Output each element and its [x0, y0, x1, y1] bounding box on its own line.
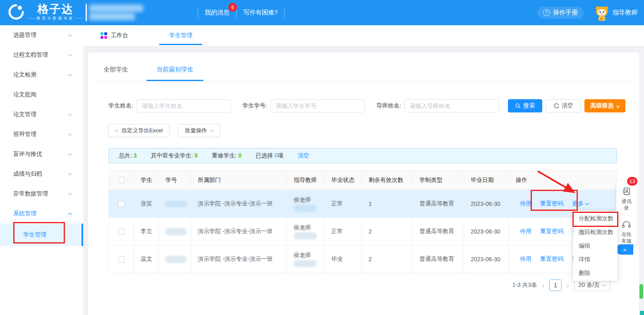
menu-item-withdraw-checks[interactable]: 撤回检测次数	[573, 225, 618, 239]
scrollbar-thumb[interactable]	[639, 284, 643, 299]
messages-badge: 6	[228, 3, 237, 12]
cell-remaining: 2	[362, 246, 412, 273]
cell-grad-status: 正常	[324, 218, 362, 245]
prev-page-button[interactable]: ‹	[542, 282, 544, 289]
row-checkbox[interactable]	[118, 201, 124, 207]
student-tabs: 全部学生 当前届别学生	[98, 52, 629, 81]
contacts-label[interactable]: 通讯录	[620, 198, 633, 211]
sidebar-item-paper-review[interactable]: 论文批阅	[0, 85, 83, 105]
students-table: 学生 学号 所属部门 指导教师 毕业状态 剩余有效次数 学制类型 毕业日期 操作…	[108, 170, 617, 273]
table-row: 张笑 演示学院 -演示专业-演示一班 侯老师 正常 1 普通高等教育 2023-…	[109, 190, 616, 217]
chevron-down-icon	[68, 112, 72, 116]
chevron-up-icon	[68, 212, 72, 217]
cell-teacher: 侯老师	[294, 196, 311, 204]
app-screen: 格子达 教育大数据专家 我的消息 6 写作有困难? ? 操作手册	[0, 0, 644, 315]
bulk-toolbar: 自定义导出Excel 批量操作	[108, 124, 629, 137]
my-messages-link[interactable]: 我的消息 6	[205, 9, 230, 17]
summary-bar: 总共: 3 其中双专业学生: 0 重修学生: 0 已选择 0项 清空	[108, 148, 617, 163]
collapse-panel-button[interactable]: »	[616, 244, 633, 255]
search-button[interactable]: 搜索	[508, 99, 542, 112]
disable-link[interactable]: 停用	[520, 255, 531, 263]
menu-item-assign-checks[interactable]: 分配检测次数	[573, 212, 618, 225]
grid-icon	[101, 32, 107, 39]
selected-label: 已选择	[256, 152, 273, 159]
select-all-checkbox[interactable]	[118, 177, 124, 183]
disable-link[interactable]: 停用	[520, 228, 531, 235]
refresh-icon	[553, 103, 559, 109]
floating-tools-panel: 通讯录 在线客服	[616, 181, 637, 244]
chevron-down-icon	[115, 128, 118, 131]
row-checkbox[interactable]	[118, 256, 124, 262]
col-header-teacher: 指导教师	[287, 170, 324, 190]
sidebar-item-defense-mgmt[interactable]: 答辩管理	[0, 124, 83, 144]
contacts-book-icon[interactable]	[621, 186, 632, 196]
tab-current-cohort[interactable]: 当前届别学生	[151, 60, 199, 81]
cell-student: 张笑	[134, 190, 158, 217]
teacher-role-button[interactable]: 指导教师	[594, 5, 637, 21]
sidebar-item-process-docs[interactable]: 过程文档管理	[0, 45, 83, 65]
sidebar-item-topic-mgmt[interactable]: 选题管理	[0, 25, 83, 45]
sidebar-item-paper-check[interactable]: 论文检测	[0, 65, 83, 85]
tab-all-students[interactable]: 全部学生	[98, 60, 133, 81]
header-divider	[198, 7, 198, 18]
next-page-button[interactable]: ›	[567, 282, 569, 289]
batch-actions-button[interactable]: 批量操作	[178, 124, 220, 137]
header-divider	[284, 7, 285, 18]
sidebar-nav: 选题管理 过程文档管理 论文检测 论文批阅 论文管理 答辩管理 盲评与推优 成绩…	[0, 25, 83, 315]
col-header-student-id: 学号	[158, 170, 191, 190]
chevron-down-icon	[68, 33, 72, 37]
student-name-input[interactable]	[136, 99, 231, 112]
export-excel-button[interactable]: 自定义导出Excel	[108, 124, 170, 137]
reset-password-link[interactable]: 重置密码	[540, 255, 563, 263]
dual-major-count: 0	[194, 152, 198, 159]
more-actions-trigger[interactable]: 更多	[572, 200, 589, 208]
tab-student-management[interactable]: 学生管理	[159, 25, 202, 46]
student-id-input[interactable]	[271, 99, 365, 112]
chevron-down-icon	[68, 132, 72, 136]
sidebar-item-abnormal-data[interactable]: 异常数据管理	[0, 184, 83, 204]
clear-selection-link[interactable]: 清空	[297, 152, 309, 160]
redacted-student-id	[165, 200, 187, 208]
cell-edu-type: 普通高等教育	[412, 246, 464, 273]
sidebar-item-blind-review[interactable]: 盲评与推优	[0, 144, 83, 164]
page-size-select[interactable]: 20 条/页	[574, 279, 610, 291]
chevron-down-icon	[210, 128, 213, 131]
more-actions-menu: 分配检测次数 撤回检测次数 编辑 详情 删除	[573, 211, 618, 281]
redacted-student-id	[165, 228, 187, 235]
brand-logo[interactable]: 格子达 教育大数据专家	[7, 3, 83, 21]
online-service-label[interactable]: 在线客服	[620, 231, 633, 244]
cell-department: 演示学院 -演示专业-演示一班	[191, 218, 287, 245]
manual-button[interactable]: ? 操作手册	[537, 7, 584, 19]
menu-item-edit[interactable]: 编辑	[573, 239, 618, 253]
cell-teacher: 侯老师	[294, 224, 311, 231]
page-number-button[interactable]: 1	[549, 279, 562, 291]
menu-item-details[interactable]: 详情	[573, 253, 618, 266]
disable-link[interactable]: 停用	[520, 200, 531, 208]
cell-grad-status: 毕业	[324, 246, 362, 273]
reset-password-link[interactable]: 重置密码	[540, 228, 563, 235]
cell-department: 演示学院 -演示专业-演示一班	[191, 190, 287, 217]
chevron-down-icon	[68, 172, 72, 176]
clear-button[interactable]: 清空	[546, 99, 581, 112]
double-chevron-down-icon	[617, 104, 619, 108]
chevron-down-icon	[68, 152, 72, 156]
logo-mark-icon	[7, 3, 25, 21]
menu-item-delete[interactable]: 删除	[573, 266, 618, 280]
text-cursor	[86, 4, 87, 21]
cell-edu-type: 普通高等教育	[412, 218, 464, 245]
question-circle-icon: ?	[543, 9, 550, 16]
workbench-link[interactable]: 工作台	[101, 32, 128, 39]
tutor-name-input[interactable]	[405, 99, 499, 112]
row-checkbox[interactable]	[118, 229, 124, 235]
sidebar-item-system-mgmt[interactable]: 系统管理	[0, 204, 83, 224]
mascot-icon	[594, 5, 609, 21]
writing-help-link[interactable]: 写作有困难?	[243, 9, 278, 17]
sidebar-item-grades-archive[interactable]: 成绩与归档	[0, 164, 83, 184]
reset-password-link[interactable]: 重置密码	[540, 200, 563, 208]
col-header-grad-date: 毕业日期	[464, 170, 509, 190]
advanced-filter-button[interactable]: 高级筛选	[584, 99, 625, 112]
sidebar-item-paper-mgmt[interactable]: 论文管理	[0, 105, 83, 124]
sidebar-subitem-student-mgmt[interactable]: 学生管理	[0, 224, 83, 246]
headset-icon[interactable]	[621, 220, 632, 229]
redacted-teacher-id	[294, 232, 317, 239]
